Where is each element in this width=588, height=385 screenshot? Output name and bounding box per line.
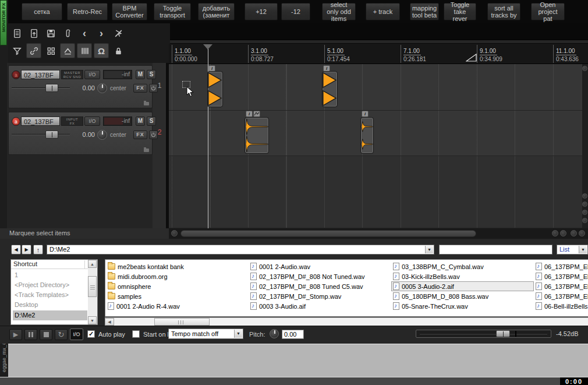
shortcut-item[interactable]: <Track Templates> — [13, 290, 87, 300]
explorer-view-mode-combobox[interactable]: List ▼ — [557, 245, 588, 255]
folder-collapse-icon[interactable] — [144, 149, 149, 152]
vscroll-zoom-button[interactable] — [582, 218, 587, 223]
hscroll-zoom-button[interactable] — [552, 230, 558, 236]
marker-arrow-icon[interactable] — [466, 54, 477, 62]
volume-display[interactable]: -inf — [103, 70, 132, 79]
tempo-dropdown-icon[interactable]: ▼ — [234, 330, 242, 338]
shortcut-item[interactable]: 1 — [13, 270, 87, 280]
pan-knob[interactable] — [97, 130, 107, 140]
file-pane-hscrollbar[interactable]: ◀ — [105, 317, 588, 326]
toolbar-button-plus-12[interactable]: +12 — [245, 3, 278, 20]
file-list-item[interactable]: 06-Bell-illzBells — [536, 302, 588, 310]
pitch-value-field[interactable]: 0.00 — [282, 330, 304, 339]
preview-io-button[interactable]: I/O — [70, 329, 83, 340]
toolbar-button-grid[interactable]: сетка — [22, 3, 62, 20]
explorer-forward-button[interactable]: ▶ — [22, 245, 31, 255]
track-number-2[interactable]: 2 — [153, 128, 166, 136]
toolbar-button-sort-tracks[interactable]: sort all tracks by — [487, 3, 520, 20]
hscroll-zoom-button[interactable] — [571, 230, 577, 236]
vscroll-zoom-button[interactable] — [582, 210, 587, 215]
file-list-item[interactable]: 05-Snare-TheCrux.wav — [393, 302, 468, 310]
track-name-field[interactable]: 02_137BF — [21, 70, 60, 79]
envelope-tool-icon[interactable] — [60, 43, 75, 58]
media-item[interactable] — [360, 117, 374, 154]
open-project-icon[interactable] — [26, 26, 41, 41]
record-arm-button[interactable]: a — [12, 117, 20, 126]
vscroll-zoom-button[interactable] — [582, 193, 587, 199]
mute-button[interactable]: M — [136, 70, 145, 79]
routing-button[interactable]: MASTERRCV SND — [61, 70, 83, 79]
grid-view-icon[interactable] — [43, 43, 58, 58]
file-list-item[interactable]: 06_137BPM_Eb — [536, 282, 588, 291]
file-list-item[interactable]: 02_137BPM_D#_808 Not Tuned.wav — [250, 272, 365, 281]
folder-collapse-icon[interactable] — [144, 102, 149, 105]
toolbar-button-minus-12[interactable]: -12 — [281, 3, 310, 20]
hscroll-zoom-button[interactable] — [579, 230, 585, 236]
track-name-field[interactable]: 02_137BF — [21, 116, 60, 126]
shortcut-item[interactable]: Desktop — [13, 300, 87, 310]
volume-fader[interactable] — [12, 130, 70, 139]
fx-button[interactable]: FX — [133, 130, 147, 139]
save-project-icon[interactable] — [43, 26, 58, 41]
item-info-badge[interactable]: i — [246, 111, 253, 117]
volume-display[interactable]: -inf — [103, 116, 132, 126]
toolbar-button-select-odd-items[interactable]: select only odd items — [322, 3, 356, 20]
file-list-item[interactable]: 06_137BPM_Eb — [536, 292, 588, 301]
toolbar-button-toggle-take-reverse[interactable]: Toggle take rever — [444, 3, 476, 20]
file-list-item[interactable]: 06_137BPM_Eb — [536, 272, 588, 281]
tempo-match-combobox[interactable]: Tempo match off ▼ — [168, 329, 243, 339]
track-lane-1[interactable] — [169, 64, 588, 111]
file-list-item[interactable]: 03_138BPM_C_Cymbal.wav — [393, 262, 484, 271]
file-list-item[interactable]: 03-Kick-illzBells.wav — [393, 272, 460, 281]
file-list-item[interactable]: 05_180BPM_D_808 Bass.wav — [393, 292, 488, 301]
preview-pause-button[interactable] — [24, 329, 37, 340]
explorer-up-button[interactable]: ↑ — [33, 245, 43, 255]
shortcut-scrollbar[interactable]: ▲ ▼ — [88, 260, 97, 324]
scrollbar-thumb[interactable] — [88, 276, 97, 297]
solo-button[interactable]: S — [147, 70, 156, 79]
file-list-item[interactable]: 0003 3-Audio.aif — [250, 302, 306, 310]
mute-button[interactable]: M — [136, 116, 145, 126]
snap-magnet-icon[interactable]: Ω — [94, 43, 109, 58]
vscroll-zoom-button[interactable] — [582, 66, 587, 71]
toolbar-button-add-replace[interactable]: добавить (заменит — [198, 3, 235, 20]
lock-icon[interactable] — [111, 43, 126, 58]
explorer-back-button[interactable]: ◀ — [11, 245, 21, 255]
toolbar-button-retro-rec[interactable]: Retro-Rec — [67, 3, 108, 20]
file-list-item[interactable]: me2beats kontakt bank — [108, 262, 184, 271]
toolbar-button-mapping-tool[interactable]: mapping tool beta — [410, 3, 439, 20]
project-settings-paperclip-icon[interactable] — [60, 26, 75, 41]
monitor-fx-tab[interactable]: MONITOR FX — [0, 0, 7, 45]
item-envelope-badge[interactable] — [253, 111, 260, 117]
scroll-left-icon[interactable]: ◀ — [105, 318, 114, 326]
horizontal-zoom-scrollbar[interactable] — [170, 40, 588, 43]
explorer-path-combobox[interactable]: D:\Me2 ▼ — [47, 245, 434, 255]
volume-fader[interactable] — [12, 84, 70, 92]
preview-volume-slider[interactable] — [416, 330, 551, 338]
scroll-down-icon[interactable]: ▼ — [88, 316, 97, 324]
media-item[interactable] — [207, 71, 223, 107]
file-list-item[interactable]: 06_137BPM_Eb — [536, 262, 588, 271]
file-list-item-selected[interactable]: 0005 3-Audio-2.aif — [392, 282, 533, 291]
shortcut-column-header[interactable]: Shortcut — [11, 260, 88, 269]
item-info-badge[interactable]: i — [362, 111, 369, 117]
io-button[interactable]: I/O — [84, 70, 100, 79]
file-list-item[interactable]: 0001 2-Audio.wav — [250, 262, 310, 271]
preview-loop-button[interactable]: ↻ — [55, 329, 68, 340]
toolbar-button-add-track[interactable]: + track — [366, 3, 400, 20]
item-grouping-link-icon[interactable] — [26, 43, 41, 58]
file-list-item[interactable]: 02_137BPM_D#_808 Tuned C5.wav — [250, 282, 363, 291]
solo-button[interactable]: S — [147, 116, 156, 126]
new-project-icon[interactable] — [9, 26, 24, 41]
volume-slider-thumb[interactable] — [496, 330, 510, 337]
vscroll-zoom-button[interactable] — [582, 202, 587, 207]
fader-thumb[interactable] — [45, 84, 58, 92]
select-tool-icon[interactable] — [9, 43, 24, 58]
explorer-filter-input[interactable] — [439, 245, 552, 255]
io-button[interactable]: I/O — [84, 116, 100, 126]
timeline-ruler[interactable]: 1.1.000:00.000 3.1.000:08.727 5.1.000:17… — [169, 44, 588, 64]
file-list-item[interactable]: midi.dubroom.org — [108, 272, 168, 281]
track-lane-2[interactable] — [169, 111, 588, 156]
record-arm-button[interactable]: a — [12, 70, 20, 79]
track-number-1[interactable]: 1 — [153, 82, 166, 90]
